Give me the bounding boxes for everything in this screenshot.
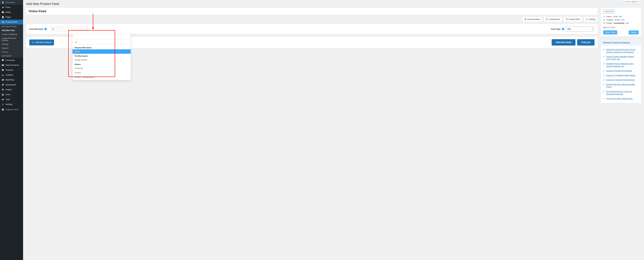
svg-point-4 bbox=[586, 19, 587, 19]
sidebar-item-woocommerce[interactable]: WooCommerce bbox=[0, 63, 23, 68]
premium-feature-link[interactable]: Detailed Product Attributes (Size, Gende… bbox=[606, 62, 639, 67]
help-icon[interactable]: ? bbox=[562, 28, 564, 30]
sidebar-item-appearance[interactable]: Appearance bbox=[0, 82, 23, 87]
preview-feed-button[interactable]: PREVIEW FEED bbox=[552, 39, 576, 45]
sidebar-subitem-settings[interactable]: Settings bbox=[0, 42, 23, 46]
premium-feature-link[interactable]: Access to an elite support team. bbox=[606, 97, 633, 100]
dropdown-selected-bar[interactable] bbox=[74, 35, 130, 38]
documentation-button[interactable]: Documentation bbox=[522, 17, 542, 22]
dropdown-search-input[interactable] bbox=[74, 40, 130, 44]
check-icon: ✔ bbox=[603, 63, 605, 65]
menu-label: Pages bbox=[6, 16, 11, 18]
check-icon: ✔ bbox=[603, 79, 605, 81]
check-icon: ✔ bbox=[603, 70, 605, 72]
premium-feature-link[interactable]: Exclude Tax From Structured Data Prices bbox=[606, 83, 639, 88]
screen-options-toggle[interactable]: Screen Options ▼ bbox=[623, 0, 641, 3]
plus-icon: ＋ bbox=[32, 41, 34, 44]
dropdown-item-cercavino[interactable]: Cercavino bbox=[72, 66, 131, 70]
visibility-line: Visibility: Public Edit bbox=[603, 18, 639, 21]
sliders-icon bbox=[2, 103, 4, 106]
alert-icon bbox=[546, 18, 548, 20]
media-icon bbox=[2, 11, 4, 14]
sidebar-item-products[interactable]: Products bbox=[0, 68, 23, 72]
svg-marker-6 bbox=[92, 27, 94, 29]
feed-merchant-search[interactable] bbox=[51, 26, 88, 31]
menu-label: Plugins bbox=[6, 88, 12, 91]
sidebar-item-dashboard[interactable]: Dashboard bbox=[0, 0, 23, 5]
sidebar-item-analytics[interactable]: Analytics bbox=[0, 72, 23, 77]
feed-title-card: Vivino Feed bbox=[26, 7, 598, 15]
sidebar-subitem-all-product-feeds[interactable]: All Product Feeds bbox=[0, 24, 23, 28]
tag-icon bbox=[2, 69, 4, 71]
dropdown-section-header: Pro Merchants bbox=[72, 54, 131, 58]
premium-feature-link[interactable]: Access to Combined Fields feature bbox=[606, 74, 635, 77]
menu-label: Media bbox=[6, 11, 11, 13]
pages-icon bbox=[2, 16, 4, 18]
dropdown-item-google-review[interactable]: Google Review bbox=[72, 58, 131, 62]
premium-feature-link[interactable]: Unique Product Identifiers (Brand, GTIN,… bbox=[606, 55, 639, 60]
sidebar-subitem-support[interactable]: Support bbox=[0, 46, 23, 50]
sidebar-item-product-feed[interactable]: Product Feed bbox=[0, 19, 23, 24]
gear-icon bbox=[586, 18, 588, 20]
sidebar-subitem-google-merchant-settings[interactable]: Google Merchant Settings bbox=[0, 36, 23, 42]
sidebar-subitem-get-started[interactable]: Get Started bbox=[0, 54, 23, 58]
sidebar-item-users[interactable]: Users bbox=[0, 92, 23, 97]
dropdown-item-uvinum-drinsksandco[interactable]: Uvinum / DrinsksAndCo bbox=[72, 75, 131, 79]
sidebar-item-plugins[interactable]: Plugins bbox=[0, 87, 23, 92]
main-content: Screen Options ▼ Add New Product Feed Vi… bbox=[23, 0, 644, 260]
sidebar-item-comments[interactable]: Comments bbox=[0, 58, 23, 63]
premium-feature-link[interactable]: Access to Dynamic Pricing feature bbox=[606, 78, 635, 81]
premium-feature-link[interactable]: Fix WooCommerce's (Json-Ld) Structured D… bbox=[606, 90, 639, 95]
menu-label: Analytics bbox=[6, 74, 13, 76]
premium-features-box: Premium Version Features ✔Generate Unlim… bbox=[601, 39, 641, 103]
admin-sidebar: DashboardPostsMediaPagesProduct FeedAll … bbox=[0, 0, 23, 260]
brush-icon bbox=[2, 83, 4, 86]
save-draft-button[interactable]: Save Draft bbox=[603, 10, 615, 13]
comment-icon bbox=[2, 59, 4, 62]
doc-icon bbox=[524, 18, 526, 20]
dropdown-section-header: Popular Merchants bbox=[72, 45, 131, 49]
sidebar-item-settings[interactable]: Settings bbox=[0, 102, 23, 107]
wrench-icon bbox=[2, 98, 4, 101]
feed-type-select[interactable]: XML bbox=[566, 26, 594, 31]
premium-feature-link[interactable]: Access to Product Rule feature bbox=[606, 69, 632, 72]
sidebar-item-posts[interactable]: Posts bbox=[0, 5, 23, 10]
add-attribute-button[interactable]: ＋ Add New Attribute bbox=[29, 39, 54, 45]
sidebar-subitem-license[interactable]: License bbox=[0, 50, 23, 54]
feed-title[interactable]: Vivino Feed bbox=[28, 9, 596, 13]
sidebar-subitem-add-new-feed[interactable]: Add New Feed bbox=[0, 28, 23, 32]
sidebar-subitem-category-mapping[interactable]: Category Mapping bbox=[0, 32, 23, 36]
edit-visibility-link[interactable]: Edit bbox=[621, 19, 624, 21]
collapse-icon bbox=[2, 108, 4, 111]
sidebar-item-pages[interactable]: Pages bbox=[0, 15, 23, 19]
product-filter-button[interactable]: Product Filter bbox=[564, 17, 582, 22]
menu-label: Users bbox=[6, 93, 10, 96]
publish-button[interactable]: Publish bbox=[629, 30, 639, 34]
publish-feed-button[interactable]: PUBLISH bbox=[577, 39, 594, 45]
troubleshoot-button[interactable]: Troubleshoot bbox=[544, 17, 562, 22]
publish-meta-box: Save Draft Status: Draft Edit Visibility… bbox=[601, 7, 641, 37]
menu-label: Products bbox=[6, 69, 13, 71]
settings-button[interactable]: Settings bbox=[584, 17, 598, 22]
dropdown-section-header: Others bbox=[72, 62, 131, 66]
dropdown-item-vivino[interactable]: Vivino bbox=[72, 49, 131, 54]
svg-point-7 bbox=[604, 16, 604, 17]
premium-feature-link[interactable]: Generate Unlimited Products (Free versio… bbox=[606, 48, 639, 53]
move-to-trash-link[interactable]: Move to Trash bbox=[603, 26, 615, 28]
sidebar-item-marketing[interactable]: Marketing bbox=[0, 77, 23, 82]
edit-status-link[interactable]: Edit bbox=[618, 15, 622, 17]
woo-icon bbox=[2, 64, 4, 67]
cart-icon bbox=[2, 21, 4, 23]
collapse-menu[interactable]: Collapse menu bbox=[0, 107, 23, 112]
publish-date-line: Publish immediately Edit bbox=[603, 21, 639, 25]
sidebar-item-media[interactable]: Media bbox=[0, 10, 23, 15]
calendar-icon bbox=[603, 22, 605, 24]
menu-label: WooCommerce bbox=[6, 64, 19, 66]
edit-date-link[interactable]: Edit bbox=[626, 22, 629, 24]
gauge-icon bbox=[2, 1, 4, 4]
purge-cache-button[interactable]: Purge Cache bbox=[603, 30, 617, 34]
dropdown-item-trovino[interactable]: Trovino bbox=[72, 70, 131, 75]
sidebar-item-tools[interactable]: Tools bbox=[0, 97, 23, 102]
help-icon[interactable]: ? bbox=[44, 28, 47, 30]
premium-feature-item: ✔Access to an elite support team. bbox=[603, 96, 639, 101]
